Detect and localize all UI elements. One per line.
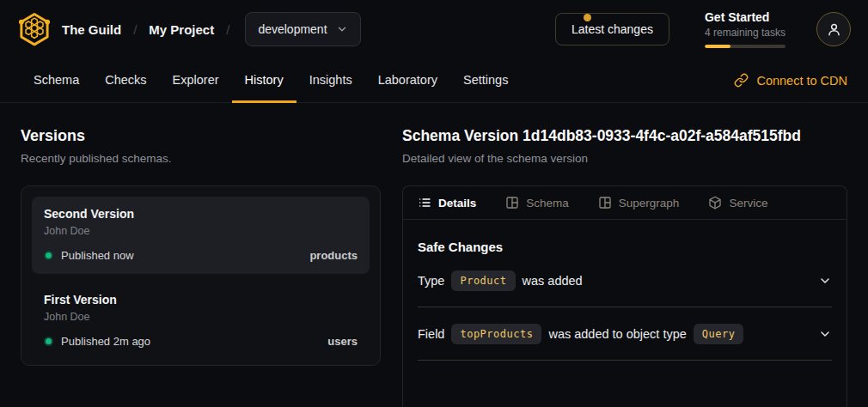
tab-explorer[interactable]: Explorer <box>160 58 232 103</box>
breadcrumb-separator: / <box>226 22 229 37</box>
detail-tab-details[interactable]: Details <box>418 196 476 210</box>
columns-icon <box>505 196 519 210</box>
change-text: was added <box>523 274 583 288</box>
version-name: Second Version <box>44 207 358 221</box>
version-status: Published 2m ago <box>61 335 150 348</box>
versions-subtitle: Recently published schemas. <box>21 152 381 165</box>
change-code-badge: Query <box>694 324 744 344</box>
detail-tab-label: Supergraph <box>619 197 680 210</box>
get-started-progressbar <box>705 45 785 48</box>
detail-tab-supergraph[interactable]: Supergraph <box>598 196 680 210</box>
notification-dot <box>584 14 591 21</box>
columns-icon <box>598 196 612 210</box>
get-started-widget[interactable]: Get Started 4 remaining tasks <box>705 10 785 48</box>
version-service: products <box>309 249 358 262</box>
versions-list: Second Version John Doe Published now pr… <box>21 185 381 366</box>
version-list-item[interactable]: First Version John Doe Published 2m ago … <box>32 282 370 360</box>
breadcrumb-separator: / <box>133 22 137 37</box>
version-author: John Doe <box>44 225 358 237</box>
schema-version-subtitle: Detailed view of the schema version <box>402 152 847 165</box>
user-avatar[interactable] <box>816 12 851 46</box>
tab-checks[interactable]: Checks <box>92 58 159 103</box>
chevron-down-icon[interactable] <box>818 327 832 341</box>
main-content: Versions Recently published schemas. Sec… <box>0 103 868 407</box>
progress-fill <box>705 45 730 48</box>
change-row[interactable]: Field topProducts was added to object ty… <box>418 307 832 361</box>
breadcrumb-project[interactable]: My Project <box>149 22 214 37</box>
change-code-badge: topProducts <box>451 324 541 344</box>
schema-version-title: Schema Version 1d14db83-0933-4f4c-a02f-a… <box>402 127 847 145</box>
version-author: John Doe <box>44 311 358 323</box>
project-nav: Schema Checks Explorer History Insights … <box>0 58 868 103</box>
detail-tab-label: Details <box>438 197 476 210</box>
target-selector-dropdown[interactable]: development <box>245 12 360 46</box>
change-code-badge: Product <box>451 270 515 291</box>
published-status-icon <box>44 337 53 346</box>
breadcrumb: The Guild / My Project / development <box>62 12 361 46</box>
versions-panel: Versions Recently published schemas. Sec… <box>21 127 381 407</box>
tab-insights[interactable]: Insights <box>296 58 365 103</box>
list-icon <box>418 196 431 210</box>
detail-body: Safe Changes Type Product was added Fiel… <box>403 220 847 361</box>
connect-to-cdn-link[interactable]: Connect to CDN <box>734 73 847 88</box>
change-row[interactable]: Type Product was added <box>418 254 832 307</box>
detail-tab-label: Schema <box>526 197 569 210</box>
user-icon <box>826 21 842 38</box>
version-service: users <box>327 335 358 348</box>
tab-laboratory[interactable]: Laboratory <box>365 58 450 103</box>
tab-history[interactable]: History <box>232 58 296 103</box>
chevron-down-icon[interactable] <box>818 274 832 288</box>
version-list-item[interactable]: Second Version John Doe Published now pr… <box>32 197 370 274</box>
latest-changes-button[interactable]: Latest changes <box>555 13 669 46</box>
detail-tab-label: Service <box>729 197 767 210</box>
link-icon <box>734 73 749 88</box>
get-started-subtitle: 4 remaining tasks <box>705 27 785 39</box>
tab-settings[interactable]: Settings <box>450 58 521 103</box>
detail-tab-schema[interactable]: Schema <box>505 196 569 210</box>
published-status-icon <box>44 251 53 260</box>
change-text: Type <box>418 274 444 288</box>
app-header: The Guild / My Project / development Lat… <box>0 0 868 58</box>
breadcrumb-org[interactable]: The Guild <box>62 22 121 37</box>
target-selector-value: development <box>258 22 327 36</box>
connect-to-cdn-label: Connect to CDN <box>756 74 847 88</box>
version-name: First Version <box>44 293 358 307</box>
tab-schema[interactable]: Schema <box>21 58 92 103</box>
chevron-down-icon <box>336 23 348 35</box>
version-status: Published now <box>61 249 134 262</box>
detail-tab-service[interactable]: Service <box>708 196 767 210</box>
schema-version-detail-card: Details Schema Supergraph <box>402 185 847 407</box>
cube-icon <box>708 196 722 210</box>
guild-logo-icon[interactable] <box>15 10 53 48</box>
get-started-title: Get Started <box>705 10 785 24</box>
change-text: Field <box>418 327 444 341</box>
versions-title: Versions <box>21 127 381 145</box>
change-text: was added to object type <box>548 327 686 341</box>
safe-changes-heading: Safe Changes <box>418 240 832 254</box>
schema-version-panel: Schema Version 1d14db83-0933-4f4c-a02f-a… <box>402 127 847 407</box>
detail-tabs: Details Schema Supergraph <box>403 186 847 220</box>
